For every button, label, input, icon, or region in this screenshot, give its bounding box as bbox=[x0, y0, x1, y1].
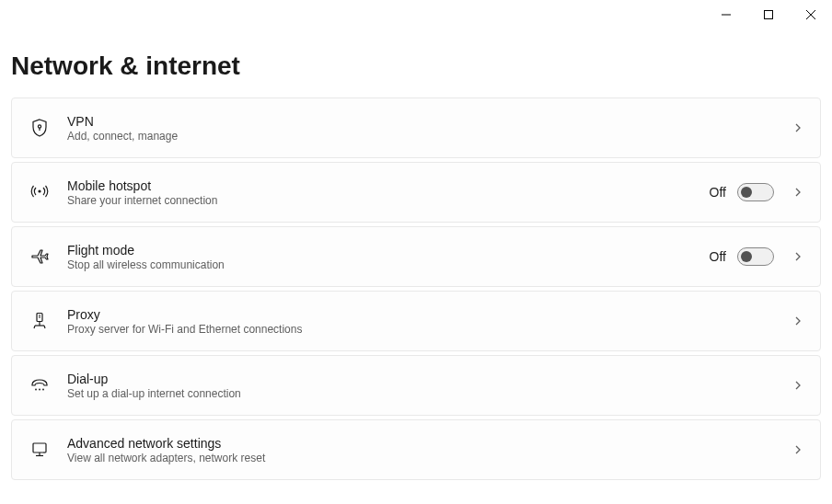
svg-point-14 bbox=[42, 389, 44, 391]
window-controls bbox=[705, 0, 832, 29]
svg-point-6 bbox=[38, 189, 40, 192]
settings-item-vpn[interactable]: VPN Add, connect, manage bbox=[11, 97, 821, 158]
airplane-icon bbox=[30, 247, 49, 266]
svg-rect-1 bbox=[765, 11, 773, 19]
settings-item-dial-up[interactable]: Dial-up Set up a dial-up internet connec… bbox=[11, 355, 821, 416]
item-content: Mobile hotspot Share your internet conne… bbox=[67, 178, 710, 207]
flight-mode-toggle[interactable] bbox=[737, 247, 774, 266]
toggle-label: Off bbox=[710, 249, 726, 264]
chevron-right-icon bbox=[792, 444, 803, 455]
item-desc: Set up a dial-up internet connection bbox=[67, 387, 785, 400]
item-right bbox=[785, 444, 803, 455]
item-desc: Proxy server for Wi-Fi and Ethernet conn… bbox=[67, 323, 785, 336]
proxy-icon bbox=[30, 312, 49, 330]
item-right bbox=[785, 380, 803, 391]
settings-item-proxy[interactable]: Proxy Proxy server for Wi-Fi and Etherne… bbox=[11, 291, 821, 351]
toggle-knob bbox=[741, 187, 752, 198]
dial-up-icon bbox=[30, 376, 49, 395]
toggle-knob bbox=[741, 251, 752, 262]
svg-point-12 bbox=[35, 389, 37, 391]
settings-item-mobile-hotspot[interactable]: Mobile hotspot Share your internet conne… bbox=[11, 162, 821, 223]
item-content: Proxy Proxy server for Wi-Fi and Etherne… bbox=[67, 307, 785, 336]
close-button[interactable] bbox=[790, 0, 832, 29]
titlebar bbox=[0, 0, 832, 31]
item-title: Flight mode bbox=[67, 243, 710, 258]
item-content: Dial-up Set up a dial-up internet connec… bbox=[67, 372, 785, 400]
item-title: VPN bbox=[67, 114, 785, 129]
toggle-label: Off bbox=[710, 185, 726, 200]
settings-item-flight-mode[interactable]: Flight mode Stop all wireless communicat… bbox=[11, 226, 821, 287]
item-desc: View all network adapters, network reset bbox=[67, 452, 785, 464]
item-title: Proxy bbox=[67, 307, 785, 322]
maximize-button[interactable] bbox=[747, 0, 790, 29]
item-title: Mobile hotspot bbox=[67, 178, 710, 193]
settings-list: VPN Add, connect, manage Mobile hotspot … bbox=[0, 97, 832, 480]
item-desc: Share your internet connection bbox=[67, 194, 710, 207]
item-desc: Add, connect, manage bbox=[67, 130, 785, 143]
shield-lock-icon bbox=[30, 119, 49, 137]
chevron-right-icon bbox=[792, 187, 803, 198]
item-title: Advanced network settings bbox=[67, 436, 785, 451]
item-right bbox=[785, 122, 803, 133]
item-right bbox=[785, 315, 803, 326]
item-right: Off bbox=[710, 183, 803, 201]
network-adapter-icon bbox=[30, 441, 49, 459]
chevron-right-icon bbox=[792, 315, 803, 326]
minimize-button[interactable] bbox=[705, 0, 747, 29]
svg-point-13 bbox=[39, 389, 40, 391]
item-right: Off bbox=[710, 247, 803, 266]
settings-item-advanced-network[interactable]: Advanced network settings View all netwo… bbox=[11, 419, 821, 480]
item-content: VPN Add, connect, manage bbox=[67, 114, 785, 143]
svg-point-4 bbox=[38, 125, 40, 128]
item-desc: Stop all wireless communication bbox=[67, 258, 710, 271]
svg-rect-15 bbox=[33, 443, 46, 452]
chevron-right-icon bbox=[792, 251, 803, 262]
item-content: Advanced network settings View all netwo… bbox=[67, 436, 785, 464]
page-title: Network & internet bbox=[0, 31, 832, 97]
item-content: Flight mode Stop all wireless communicat… bbox=[67, 243, 710, 271]
mobile-hotspot-toggle[interactable] bbox=[737, 183, 774, 201]
svg-point-18 bbox=[43, 452, 44, 452]
hotspot-icon bbox=[30, 183, 49, 201]
item-title: Dial-up bbox=[67, 372, 785, 386]
chevron-right-icon bbox=[792, 380, 803, 391]
chevron-right-icon bbox=[792, 122, 803, 133]
